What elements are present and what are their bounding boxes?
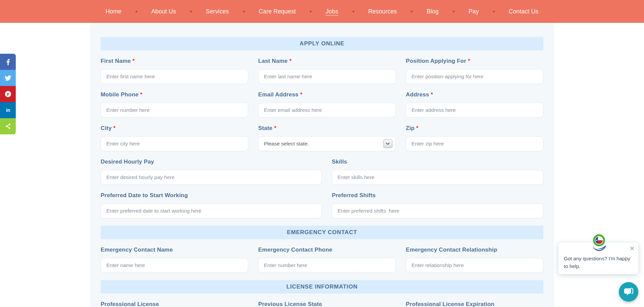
nav-item-blog[interactable]: Blog — [427, 8, 439, 15]
apply-online-form-card: APPLY ONLINEFirst Name *Last Name *Posit… — [92, 24, 552, 307]
nav-item-care-request[interactable]: Care Request — [259, 8, 296, 15]
social-button-linkedin[interactable]: in — [0, 102, 16, 118]
emergency-contact-name-input[interactable] — [101, 258, 248, 273]
field-email-address: Email Address * — [258, 91, 396, 118]
required-asterisk: * — [131, 58, 135, 64]
field-position-applying-for: Position Applying For * — [406, 58, 543, 84]
required-asterisk: * — [415, 125, 419, 131]
field-preferred-shifts: Preferred Shifts — [332, 192, 543, 218]
emergency-contact-relationship-input[interactable] — [406, 258, 543, 273]
field-zip: Zip * — [406, 125, 543, 151]
section-header-emergency-contact: EMERGENCY CONTACT — [101, 226, 543, 239]
field-city: City * — [101, 125, 248, 151]
field-label-skills: Skills — [332, 159, 543, 165]
linkedin-icon: in — [4, 106, 12, 114]
field-label-previous-license-state: Previous License State — [258, 301, 396, 307]
field-emergency-contact-phone: Emergency Contact Phone — [258, 247, 396, 273]
email-address-input[interactable] — [258, 103, 396, 118]
svg-text:in: in — [6, 108, 10, 113]
share-icon — [5, 123, 11, 130]
field-emergency-contact-relationship: Emergency Contact Relationship — [406, 247, 543, 273]
required-asterisk: * — [299, 91, 303, 98]
field-label-preferred-date-to-start-working: Preferred Date to Start Working — [101, 192, 322, 199]
form-row: First Name *Last Name *Position Applying… — [101, 58, 543, 84]
select-selected-value: Please select state. — [264, 141, 383, 147]
preferred-date-to-start-working-input[interactable] — [101, 204, 322, 218]
address-input[interactable] — [406, 103, 543, 118]
first-name-input[interactable] — [101, 69, 248, 84]
required-asterisk: * — [112, 125, 116, 131]
field-label-address: Address * — [406, 91, 543, 98]
field-label-position-applying-for: Position Applying For * — [406, 58, 543, 64]
skills-input[interactable] — [332, 170, 543, 185]
facebook-icon — [5, 59, 11, 65]
nav-separator-dot — [411, 11, 413, 12]
required-asterisk: * — [139, 91, 143, 98]
field-label-city: City * — [101, 125, 248, 132]
social-button-facebook[interactable] — [0, 54, 16, 70]
field-professional-license-expiration: Professional License Expiration — [406, 301, 543, 307]
chat-close-icon[interactable]: ✕ — [630, 246, 635, 252]
field-label-mobile-phone: Mobile Phone * — [101, 91, 248, 98]
last-name-input[interactable] — [258, 69, 396, 84]
nav-separator-dot — [310, 11, 312, 12]
chat-bubble-icon — [623, 286, 634, 298]
mobile-phone-input[interactable] — [101, 103, 248, 118]
chat-launcher-button[interactable] — [619, 282, 638, 302]
section-header-apply-online: APPLY ONLINE — [101, 37, 543, 50]
field-label-professional-license-expiration: Professional License Expiration — [406, 301, 543, 307]
field-label-professional-license: Professional License — [101, 301, 248, 307]
field-label-emergency-contact-phone: Emergency Contact Phone — [258, 247, 396, 253]
field-label-preferred-shifts: Preferred Shifts — [332, 192, 543, 199]
form-row: Professional LicensePrevious License Sta… — [101, 301, 543, 307]
main-nav: HomeAbout UsServicesCare RequestJobsReso… — [0, 0, 644, 23]
nav-item-contact-us[interactable]: Contact Us — [509, 8, 539, 15]
form-row: Emergency Contact NameEmergency Contact … — [101, 247, 543, 273]
field-label-desired-hourly-pay: Desired Hourly Pay — [101, 159, 322, 165]
section-header-license-information: LICENSE INFORMATION — [101, 280, 543, 294]
nav-item-home[interactable]: Home — [106, 8, 121, 15]
twitter-icon — [4, 75, 11, 82]
city-input[interactable] — [101, 136, 248, 151]
social-button-sharethis[interactable] — [0, 118, 16, 134]
preferred-shifts-input[interactable] — [332, 204, 543, 218]
care-company-logo: ★ — [590, 234, 608, 253]
social-button-twitter[interactable] — [0, 70, 16, 86]
field-last-name: Last Name * — [258, 58, 396, 84]
required-asterisk: * — [466, 58, 470, 64]
field-desired-hourly-pay: Desired Hourly Pay — [101, 159, 322, 185]
form-row: City *State *Please select state.Zip * — [101, 125, 543, 151]
nav-separator-dot — [493, 11, 495, 12]
field-label-zip: Zip * — [406, 125, 543, 132]
chevron-down-icon — [383, 139, 392, 148]
nav-item-resources[interactable]: Resources — [368, 8, 397, 15]
emergency-contact-phone-input[interactable] — [258, 258, 396, 273]
desired-hourly-pay-input[interactable] — [101, 170, 322, 185]
form-row: Preferred Date to Start WorkingPreferred… — [101, 192, 543, 218]
position-applying-for-input[interactable] — [406, 69, 543, 84]
form-row: Mobile Phone *Email Address *Address * — [101, 91, 543, 118]
field-first-name: First Name * — [101, 58, 248, 84]
field-skills: Skills — [332, 159, 543, 185]
nav-item-pay[interactable]: Pay — [469, 8, 479, 15]
nav-item-jobs[interactable]: Jobs — [326, 8, 338, 15]
svg-text:★: ★ — [596, 239, 598, 242]
field-label-emergency-contact-relationship: Emergency Contact Relationship — [406, 247, 543, 253]
field-label-state: State * — [258, 125, 396, 132]
zip-input[interactable] — [406, 136, 543, 151]
nav-separator-dot — [453, 11, 454, 12]
field-state: State *Please select state. — [258, 125, 396, 151]
field-address: Address * — [406, 91, 543, 118]
required-asterisk: * — [272, 125, 276, 131]
social-button-pinterest[interactable]: P — [0, 86, 16, 102]
field-label-first-name: First Name * — [101, 58, 248, 64]
svg-text:P: P — [7, 92, 9, 97]
field-previous-license-state: Previous License State — [258, 301, 396, 307]
nav-item-about-us[interactable]: About Us — [151, 8, 176, 15]
nav-separator-dot — [243, 11, 245, 12]
field-label-last-name: Last Name * — [258, 58, 396, 64]
field-label-emergency-contact-name: Emergency Contact Name — [101, 247, 248, 253]
nav-item-services[interactable]: Services — [206, 8, 229, 15]
nav-separator-dot — [353, 11, 354, 12]
state-select[interactable]: Please select state. — [258, 136, 396, 151]
